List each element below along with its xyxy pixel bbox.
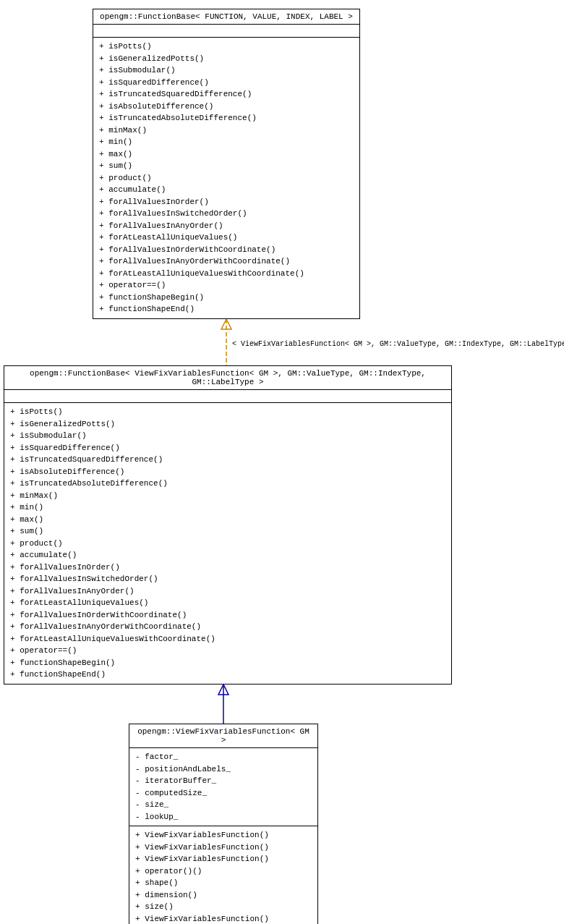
top-method-item: + forAllValuesInOrderWithCoordinate()	[99, 244, 354, 256]
bottom-field-item: - computedSize_	[135, 787, 312, 800]
middle-class-header: opengm::FunctionBase< ViewFixVariablesFu…	[4, 366, 451, 390]
top-class-title: opengm::FunctionBase< FUNCTION, VALUE, I…	[100, 12, 353, 21]
top-method-item: + isPotts()	[99, 41, 354, 53]
bottom-class-box: opengm::ViewFixVariablesFunction< GM > -…	[129, 724, 318, 924]
middle-method-item: + functionShapeEnd()	[10, 669, 445, 681]
bottom-method-item: + ViewFixVariablesFunction()	[135, 829, 312, 842]
bottom-method-item: + ViewFixVariablesFunction()	[135, 853, 312, 865]
svg-text:< ViewFixVariablesFunction< GM: < ViewFixVariablesFunction< GM >, GM::Va…	[232, 340, 564, 348]
top-method-item: + forAllValuesInOrder()	[99, 196, 354, 208]
middle-method-item: + accumulate()	[10, 549, 445, 561]
bottom-method-item: + size()	[135, 901, 312, 913]
top-method-item: + functionShapeBegin()	[99, 292, 354, 304]
top-method-item: + isSubmodular()	[99, 64, 354, 77]
bottom-method-item: + shape()	[135, 877, 312, 889]
middle-class-section2: + isPotts()+ isGeneralizedPotts()+ isSub…	[4, 403, 451, 684]
middle-method-item: + forAtLeastAllUniqueValues()	[10, 597, 445, 609]
bottom-method-item: + operator()()	[135, 865, 312, 878]
top-method-item: + isAbsoluteDifference()	[99, 101, 354, 113]
middle-method-item: + forAtLeastAllUniqueValuesWithCoordinat…	[10, 633, 445, 645]
svg-marker-4	[218, 684, 228, 695]
top-method-item: + isSquaredDifference()	[99, 77, 354, 89]
top-method-item: + accumulate()	[99, 184, 354, 196]
top-class-header: opengm::FunctionBase< FUNCTION, VALUE, I…	[93, 9, 359, 25]
middle-method-item: + forAllValuesInAnyOrderWithCoordinate()	[10, 621, 445, 633]
middle-method-item: + sum()	[10, 525, 445, 538]
middle-method-item: + isPotts()	[10, 406, 445, 418]
bottom-field-item: - iteratorBuffer_	[135, 775, 312, 787]
top-method-item: + sum()	[99, 160, 354, 172]
bottom-class-section1: - factor_- positionAndLabels_- iteratorB…	[129, 748, 317, 826]
bottom-field-item: - positionAndLabels_	[135, 763, 312, 776]
middle-method-item: + forAllValuesInOrder()	[10, 561, 445, 574]
top-method-item: + forAllValuesInAnyOrderWithCoordinate()	[99, 255, 354, 268]
middle-method-item: + isTruncatedSquaredDifference()	[10, 454, 445, 466]
middle-method-item: + isSquaredDifference()	[10, 442, 445, 454]
top-class-section1	[93, 25, 359, 38]
middle-method-item: + isTruncatedAbsoluteDifference()	[10, 478, 445, 490]
middle-class-title: opengm::FunctionBase< ViewFixVariablesFu…	[30, 369, 426, 386]
middle-method-item: + isAbsoluteDifference()	[10, 466, 445, 478]
middle-method-item: + forAllValuesInAnyOrder()	[10, 585, 445, 598]
middle-method-item: + functionShapeBegin()	[10, 657, 445, 669]
bottom-field-item: - factor_	[135, 751, 312, 763]
middle-method-item: + max()	[10, 514, 445, 526]
bottom-field-item: - size_	[135, 799, 312, 811]
top-class-section2: + isPotts()+ isGeneralizedPotts()+ isSub…	[93, 38, 359, 318]
middle-method-item: + product()	[10, 538, 445, 550]
bottom-method-item: + ViewFixVariablesFunction()	[135, 842, 312, 854]
middle-method-item: + isGeneralizedPotts()	[10, 418, 445, 431]
top-method-item: + isTruncatedAbsoluteDifference()	[99, 112, 354, 124]
top-method-item: + functionShapeEnd()	[99, 303, 354, 315]
top-method-item: + product()	[99, 172, 354, 185]
diagram-container: < ViewFixVariablesFunction< GM >, GM::Va…	[0, 0, 564, 924]
top-method-item: + operator==()	[99, 279, 354, 292]
top-method-item: + max()	[99, 148, 354, 161]
top-method-item: + forAtLeastAllUniqueValues()	[99, 232, 354, 244]
top-method-item: + isGeneralizedPotts()	[99, 53, 354, 65]
middle-method-item: + forAllValuesInSwitchedOrder()	[10, 573, 445, 585]
top-method-item: + min()	[99, 136, 354, 148]
bottom-method-item: + ViewFixVariablesFunction()	[135, 913, 312, 925]
bottom-method-item: + dimension()	[135, 889, 312, 902]
middle-method-item: + isSubmodular()	[10, 430, 445, 442]
middle-method-item: + minMax()	[10, 490, 445, 502]
top-method-item: + forAllValuesInSwitchedOrder()	[99, 208, 354, 220]
bottom-field-item: - lookUp_	[135, 811, 312, 823]
svg-marker-1	[221, 319, 231, 329]
bottom-class-title: opengm::ViewFixVariablesFunction< GM >	[137, 727, 309, 745]
middle-method-item: + operator==()	[10, 645, 445, 657]
middle-class-box: opengm::FunctionBase< ViewFixVariablesFu…	[4, 365, 452, 684]
bottom-class-section2: + ViewFixVariablesFunction()+ ViewFixVar…	[129, 826, 317, 924]
middle-method-item: + forAllValuesInOrderWithCoordinate()	[10, 609, 445, 622]
bottom-class-header: opengm::ViewFixVariablesFunction< GM >	[129, 724, 317, 748]
top-method-item: + forAllValuesInAnyOrder()	[99, 220, 354, 232]
top-method-item: + minMax()	[99, 124, 354, 137]
top-method-item: + isTruncatedSquaredDifference()	[99, 88, 354, 101]
top-method-item: + forAtLeastAllUniqueValuesWithCoordinat…	[99, 268, 354, 280]
middle-method-item: + min()	[10, 501, 445, 514]
top-class-box: opengm::FunctionBase< FUNCTION, VALUE, I…	[93, 9, 360, 319]
middle-class-section1	[4, 390, 451, 403]
